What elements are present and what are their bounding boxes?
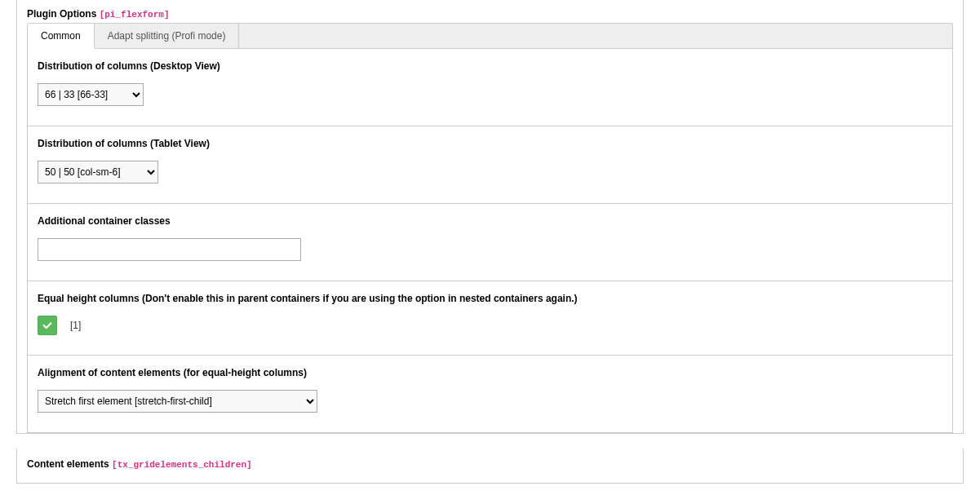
tab-common[interactable]: Common — [28, 24, 95, 49]
equal-height-label: Equal height columns (Don't enable this … — [38, 293, 942, 304]
plugin-options-section: Plugin Options [pi_flexform] Common Adap… — [17, 0, 963, 433]
alignment-select[interactable]: Stretch first element [stretch-first-chi… — [38, 390, 317, 413]
content-elements-panel: Content elements [tx_gridelements_childr… — [16, 449, 964, 484]
equal-height-value: [1] — [70, 320, 81, 331]
tablet-distribution-label: Distribution of columns (Tablet View) — [38, 138, 942, 149]
desktop-distribution-label: Distribution of columns (Desktop View) — [38, 60, 942, 72]
tab-adapt-splitting[interactable]: Adapt splitting (Profi mode) — [95, 24, 240, 48]
content-elements-tech: [tx_gridelements_children] — [112, 460, 252, 470]
tab-content: Distribution of columns (Desktop View) 6… — [27, 48, 953, 433]
equal-height-row: [1] — [38, 316, 942, 335]
tablet-distribution-select[interactable]: 50 | 50 [col-sm-6] — [38, 161, 158, 183]
plugin-options-label: Plugin Options — [27, 8, 96, 20]
field-tablet-distribution: Distribution of columns (Tablet View) 50… — [28, 126, 952, 204]
section-title: Plugin Options [pi_flexform] — [27, 8, 953, 20]
container-classes-label: Additional container classes — [38, 215, 942, 227]
alignment-label: Alignment of content elements (for equal… — [38, 367, 942, 378]
plugin-options-panel: Plugin Options [pi_flexform] Common Adap… — [16, 0, 964, 434]
equal-height-checkbox[interactable] — [38, 316, 57, 335]
container-classes-input[interactable] — [38, 238, 301, 261]
content-elements-title: Content elements [tx_gridelements_childr… — [27, 458, 953, 470]
field-equal-height: Equal height columns (Don't enable this … — [28, 281, 952, 356]
field-desktop-distribution: Distribution of columns (Desktop View) 6… — [28, 49, 952, 126]
desktop-distribution-select[interactable]: 66 | 33 [66-33] — [38, 83, 144, 106]
field-container-classes: Additional container classes — [28, 204, 952, 281]
plugin-options-tech: [pi_flexform] — [100, 10, 170, 20]
field-alignment: Alignment of content elements (for equal… — [28, 356, 952, 432]
content-elements-label: Content elements — [27, 458, 109, 470]
check-icon — [42, 320, 53, 331]
tabs-bar: Common Adapt splitting (Profi mode) — [27, 23, 953, 48]
